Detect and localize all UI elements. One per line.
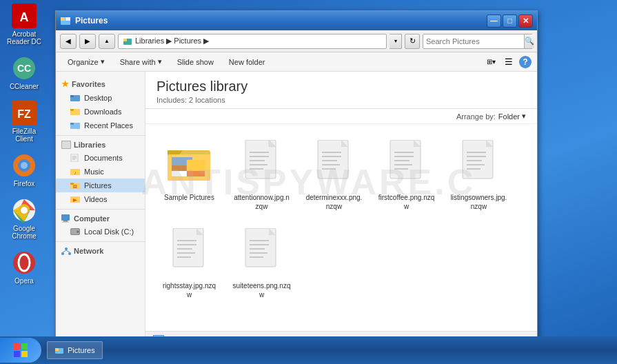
taskbar-window-button[interactable]: Pictures [47,341,103,359]
file-item-rightsstay[interactable]: rightsstay.jpg.nzqw [156,221,222,302]
details-pane-button[interactable]: ☰ [501,54,516,70]
view-extra-button[interactable]: ⊞▾ [483,54,498,70]
search-button[interactable]: 🔍 [524,34,534,48]
acrobat-label: Acrobat Reader DC [3,30,45,46]
filezilla-label: FileZilla Client [3,128,45,143]
file-label-suiteteens: suiteteens.png.nzqw [233,281,291,299]
svg-point-46 [68,252,71,255]
file-item-determinexxx[interactable]: determinexxx.png.nzqw [301,132,367,214]
share-with-button[interactable]: Share with ▾ [114,54,168,70]
svg-rect-26 [62,141,70,148]
svg-rect-38 [61,214,70,221]
content-area: ★ Favorites Desktop [56,72,537,347]
organize-button[interactable]: Organize ▾ [61,54,111,70]
svg-rect-16 [65,17,70,21]
svg-point-11 [21,207,28,214]
svg-rect-105 [21,343,28,350]
file-label-sample-pictures: Sample Pictures [164,193,214,202]
svg-text:♪: ♪ [74,170,77,175]
file-label-rightsstay: rightsstay.jpg.nzqw [163,281,216,299]
firefox-label: Firefox [14,180,35,188]
desktop-label: Desktop [84,94,112,102]
filezilla-icon[interactable]: FZ FileZilla Client [3,101,45,143]
acrobat-icon[interactable]: A Acrobat Reader DC [3,3,45,46]
refresh-button[interactable]: ↻ [405,34,420,49]
doc-icon-firstcoffee [383,135,431,190]
svg-rect-106 [14,351,20,357]
window-icon [60,15,71,26]
svg-rect-56 [187,171,205,176]
svg-point-44 [65,247,68,250]
sidebar-item-local-disk[interactable]: Local Disk (C:) [56,225,145,239]
documents-icon [70,153,81,163]
title-bar: Pictures — □ ✕ [56,11,537,30]
svg-text:CC: CC [17,63,31,74]
close-button[interactable]: ✕ [518,14,533,28]
minimize-button[interactable]: — [487,14,501,28]
explorer-window: Pictures — □ ✕ ◀ ▶ ▲ Libraries ▶ Picture… [55,10,538,348]
svg-rect-24 [70,123,74,125]
taskbar: Pictures [0,336,617,364]
library-title: Pictures library [156,79,526,94]
recent-places-label: Recent Places [84,121,133,130]
opera-icon[interactable]: Opera [3,250,45,285]
file-label-attentionnow: attentionnow.jpg.nzqw [234,193,290,211]
file-item-suiteteens[interactable]: suiteteens.png.nzqw [229,221,294,302]
start-button[interactable] [0,338,41,363]
arrange-label: Arrange by: [456,112,496,121]
help-button[interactable]: ? [519,56,532,68]
address-dropdown[interactable]: ▾ [390,34,402,49]
sidebar-divider-2 [56,209,145,210]
sidebar-item-documents[interactable]: Documents [56,151,145,165]
svg-text:A: A [20,10,29,24]
svg-rect-104 [14,343,20,350]
arrange-select[interactable]: Folder ▾ [498,112,526,121]
desktop-folder-icon [70,93,81,103]
main-content: Pictures library Includes: 2 locations A… [145,72,537,347]
file-label-listingsowners: listingsowners.jpg.nzqw [451,193,507,211]
file-item-listingsowners[interactable]: listingsowners.jpg.nzqw [446,132,512,214]
search-bar[interactable]: 🔍 [423,34,533,49]
libraries-section[interactable]: Libraries [56,139,145,151]
svg-point-45 [61,252,64,255]
forward-button[interactable]: ▶ [79,34,96,49]
ccleaner-icon[interactable]: CC CCleaner [3,56,45,90]
sidebar-item-downloads[interactable]: Downloads [56,105,145,119]
file-item-sample-pictures[interactable]: Sample Pictures [156,132,222,214]
up-button[interactable]: ▲ [99,34,115,49]
videos-label: Videos [84,195,107,203]
sidebar-item-desktop[interactable]: Desktop [56,91,145,105]
sidebar-item-videos[interactable]: Videos [56,192,145,206]
file-item-firstcoffee[interactable]: firstcoffee.png.nzqw [374,132,439,214]
svg-rect-18 [123,39,127,41]
search-input[interactable] [423,34,524,48]
network-section[interactable]: Network [56,245,145,257]
music-label: Music [84,168,104,176]
chrome-icon[interactable]: Google Chrome [3,198,45,240]
maximize-button[interactable]: □ [503,14,517,28]
opera-label: Opera [14,277,34,285]
doc-icon-rightsstay [165,223,214,279]
sidebar-item-recent-places[interactable]: Recent Places [56,119,145,132]
folder-icon-sample-pictures [165,135,214,190]
music-icon: ♪ [70,167,81,176]
address-bar[interactable]: Libraries ▶ Pictures ▶ [118,34,387,49]
new-folder-button[interactable]: New folder [223,54,272,70]
back-button[interactable]: ◀ [60,34,77,49]
file-item-attentionnow[interactable]: attentionnow.jpg.nzqw [229,132,294,214]
svg-rect-15 [61,17,65,21]
pictures-label: Pictures [84,181,112,190]
sidebar-item-pictures[interactable]: 🖼 Pictures [56,179,145,192]
computer-section[interactable]: Computer [56,212,145,225]
svg-rect-107 [21,351,28,357]
sidebar: ★ Favorites Desktop [56,72,145,347]
svg-line-47 [63,250,66,252]
firefox-icon[interactable]: Firefox [3,153,45,188]
ccleaner-label: CCleaner [10,83,39,90]
slide-show-button[interactable]: Slide show [171,54,220,70]
favorites-section[interactable]: ★ Favorites [56,77,145,91]
svg-rect-55 [187,160,205,171]
window-title: Pictures [75,16,487,26]
arrange-dropdown-arrow: ▾ [522,112,526,121]
sidebar-item-music[interactable]: ♪ Music [56,165,145,179]
